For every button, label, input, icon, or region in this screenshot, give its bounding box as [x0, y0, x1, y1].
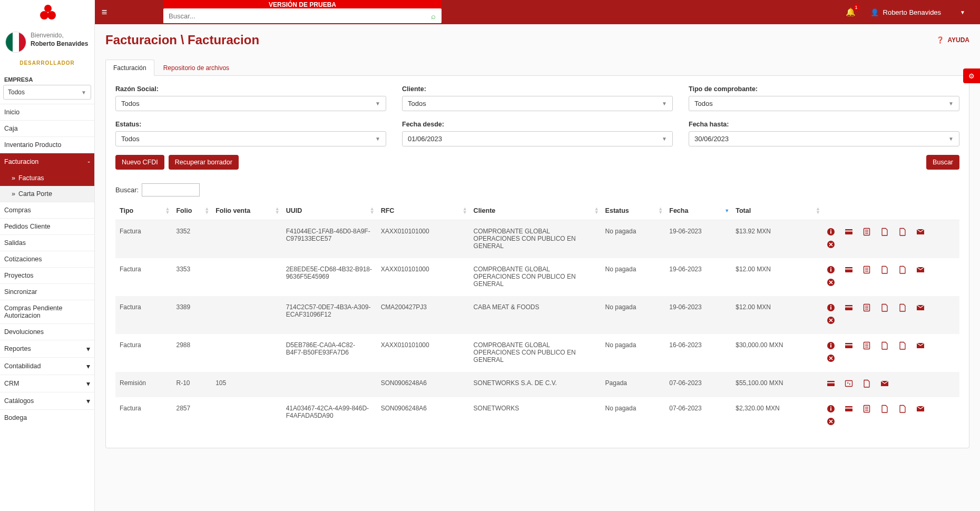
nav-item-inicio[interactable]: Inicio — [0, 104, 94, 120]
email-icon[interactable] — [916, 266, 927, 276]
col-tipo[interactable]: Tipo▲▼ — [115, 202, 172, 220]
nav-item-contabilidad[interactable]: Contabilidad▾ — [0, 357, 94, 375]
buscar-button[interactable]: Buscar — [926, 155, 959, 170]
nav-item-caja[interactable]: Caja — [0, 120, 94, 136]
nav-item-inventario-producto[interactable]: Inventario Producto — [0, 136, 94, 153]
document-icon[interactable] — [863, 228, 873, 238]
info-icon[interactable] — [827, 405, 837, 415]
notifications-button[interactable]: 🔔 1 — [846, 7, 856, 17]
razon-social-select[interactable]: Todos▼ — [115, 96, 386, 111]
pdf-icon[interactable] — [880, 341, 891, 352]
nav-item-catálogos[interactable]: Catálogos▾ — [0, 392, 94, 409]
pdf-icon[interactable] — [880, 266, 891, 276]
search-icon[interactable]: ⌕ — [425, 12, 442, 21]
cell-total: $12.00 MXN — [731, 296, 822, 334]
info-icon[interactable] — [827, 266, 837, 276]
nav-item-sincronizar[interactable]: Sincronizar — [0, 283, 94, 300]
nav-item-devoluciones[interactable]: Devoluciones — [0, 323, 94, 340]
cancel-icon[interactable] — [827, 354, 837, 365]
convert-icon[interactable] — [845, 379, 855, 390]
company-select[interactable]: Todos ▼ — [3, 85, 91, 100]
col-folio-venta[interactable]: Folio venta▲▼ — [211, 202, 281, 220]
nav-item-salidas[interactable]: Salidas — [0, 234, 94, 251]
xml-icon[interactable] — [898, 266, 909, 276]
cancel-icon[interactable] — [827, 278, 837, 289]
cell-actions — [822, 220, 959, 259]
razon-social-label: Razón Social: — [115, 85, 386, 93]
nav-item-compras[interactable]: Compras — [0, 202, 94, 218]
col-uuid[interactable]: UUID▲▼ — [282, 202, 377, 220]
recuperar-borrador-button[interactable]: Recuperar borrador — [169, 155, 239, 170]
tipo-comprobante-select[interactable]: Todos▼ — [689, 96, 959, 111]
col-folio[interactable]: Folio▲▼ — [172, 202, 211, 220]
pdf-icon[interactable] — [863, 379, 873, 390]
document-icon[interactable] — [863, 341, 873, 352]
nav-item-crm[interactable]: CRM▾ — [0, 375, 94, 392]
nuevo-cfdi-button[interactable]: Nuevo CFDI — [115, 155, 164, 170]
cancel-icon[interactable] — [827, 316, 837, 327]
pdf-icon[interactable] — [880, 303, 891, 314]
xml-icon[interactable] — [898, 228, 909, 238]
payment-icon[interactable] — [845, 303, 855, 314]
menu-toggle-icon[interactable]: ≡ — [95, 7, 114, 18]
settings-drawer-button[interactable]: ⚙ — [963, 68, 980, 83]
nav-item-cotizaciones[interactable]: Cotizaciones — [0, 251, 94, 267]
email-icon[interactable] — [916, 405, 927, 415]
document-icon[interactable] — [863, 303, 873, 314]
payment-icon[interactable] — [845, 266, 855, 276]
help-link[interactable]: ❓ AYUDA — [936, 36, 969, 44]
xml-icon[interactable] — [898, 303, 909, 314]
nav-item-bodega[interactable]: Bodega — [0, 409, 94, 426]
nav-item-pedidos-cliente[interactable]: Pedidos Cliente — [0, 218, 94, 234]
document-icon[interactable] — [863, 266, 873, 276]
email-icon[interactable] — [916, 341, 927, 352]
nav-sub-carta-porte[interactable]: »Carta Porte — [0, 186, 94, 202]
col-fecha[interactable]: Fecha▼ — [665, 202, 731, 220]
chevron-down-icon[interactable]: ▼ — [960, 9, 965, 15]
info-icon[interactable] — [827, 228, 837, 238]
fecha-desde-input[interactable]: 01/06/2023▼ — [402, 131, 673, 146]
cell-tipo: Factura — [115, 397, 172, 435]
email-icon[interactable] — [880, 379, 891, 390]
info-icon[interactable] — [827, 341, 837, 352]
fecha-hasta-input[interactable]: 30/06/2023▼ — [689, 131, 959, 146]
cancel-icon[interactable] — [827, 417, 837, 428]
xml-icon[interactable] — [898, 341, 909, 352]
info-icon[interactable] — [827, 303, 837, 314]
table-search-input[interactable] — [142, 183, 200, 196]
global-search[interactable]: ⌕ — [163, 8, 442, 23]
main-content: Facturacion \ Facturacion ❓ AYUDA Factur… — [95, 24, 980, 511]
cancel-icon[interactable] — [827, 240, 837, 251]
payment-icon[interactable] — [845, 405, 855, 415]
tab-repositorio-de-archivos[interactable]: Repositorio de archivos — [155, 60, 237, 76]
pdf-icon[interactable] — [880, 405, 891, 415]
pdf-icon[interactable] — [880, 228, 891, 238]
tab-facturación[interactable]: Facturación — [105, 60, 154, 76]
breadcrumb: Facturacion \ Facturacion — [105, 33, 259, 47]
email-icon[interactable] — [916, 303, 927, 314]
payment-icon[interactable] — [845, 341, 855, 352]
estatus-select[interactable]: Todos▼ — [115, 131, 386, 146]
nav-item-compras-pendiente-autorizacion[interactable]: Compras Pendiente Autorizacion — [0, 300, 94, 323]
col-total[interactable]: Total▲▼ — [731, 202, 822, 220]
nav-item-proyectos[interactable]: Proyectos — [0, 267, 94, 283]
cell-uuid: 714C2C57-0DE7-4B3A-A309-ECAF31096F12 — [282, 296, 377, 334]
document-icon[interactable] — [863, 405, 873, 415]
search-input[interactable] — [163, 9, 425, 23]
col-estatus[interactable]: Estatus▲▼ — [601, 202, 665, 220]
cell-folio-venta — [211, 296, 281, 334]
col-cliente[interactable]: Cliente▲▼ — [469, 202, 601, 220]
xml-icon[interactable] — [898, 405, 909, 415]
user-menu[interactable]: 👤 Roberto Benavides — [870, 8, 942, 16]
cell-uuid: 41A03467-42CA-4A99-846D-F4AFADA5DA90 — [282, 397, 377, 435]
nav-item-facturacion[interactable]: Facturacion- — [0, 153, 94, 170]
chevron-right-icon: » — [12, 174, 15, 182]
nav-item-reportes[interactable]: Reportes▾ — [0, 340, 94, 357]
cliente-select[interactable]: Todos▼ — [402, 96, 673, 111]
email-icon[interactable] — [916, 228, 927, 238]
col-rfc[interactable]: RFC▲▼ — [377, 202, 469, 220]
nav-sub-facturas[interactable]: »Facturas — [0, 170, 94, 186]
payment-icon[interactable] — [827, 379, 837, 390]
payment-icon[interactable] — [845, 228, 855, 238]
svg-point-15 — [47, 11, 56, 19]
